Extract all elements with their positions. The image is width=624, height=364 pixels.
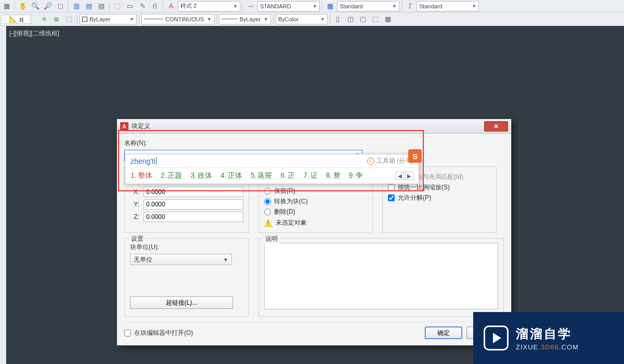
file-tab[interactable]: 📐zj — [1, 15, 31, 24]
tool-btn[interactable]: ⎙ — [149, 1, 161, 11]
ime-cand-9[interactable]: 9.争 — [349, 171, 363, 180]
tool-btn[interactable]: ▭ — [124, 1, 136, 11]
settings-group: 设置 块单位(U): 无单位▼ 超链接(L)... — [124, 238, 249, 317]
uniform-scale-check[interactable]: 按统一比例缩放(S) — [388, 183, 491, 192]
combo-value: Standard — [419, 3, 443, 9]
open-in-editor-check[interactable]: 在块编辑器中打开(O) — [124, 329, 193, 337]
x-input[interactable] — [144, 187, 243, 197]
tool-btn[interactable]: ▤ — [83, 1, 95, 11]
separator — [15, 2, 15, 11]
unit-label: 块单位(U): — [130, 243, 243, 252]
ime-toolbox-hint[interactable]: i 工具箱 (分号) — [367, 157, 413, 165]
ime-next-page[interactable]: ▶ — [405, 172, 413, 180]
layer-iso-icon[interactable]: ≣ — [51, 14, 62, 24]
ime-cand-3[interactable]: 3.政体 — [190, 171, 212, 180]
description-textarea[interactable] — [264, 243, 498, 309]
toolbar-row-2: 📐zj ≡ ≣ ⬚ ByLayer▼ CONTINUOUS▼ ByLayer▼ … — [0, 12, 624, 26]
sogou-logo-icon: S — [408, 149, 422, 163]
chevron-down-icon: ▼ — [204, 17, 212, 22]
ime-cand-6[interactable]: 6.正 — [280, 171, 295, 180]
z-input[interactable] — [144, 212, 243, 222]
description-group: 说明 — [258, 238, 504, 317]
mleader-style-icon[interactable]: ⤴ — [404, 1, 415, 11]
ime-paging: ◀ ▶ — [396, 172, 413, 180]
watermark-title: 溜溜自学 — [516, 326, 579, 342]
ime-prev-page[interactable]: ◀ — [396, 172, 404, 180]
viewport-icon[interactable]: ▢ — [357, 14, 369, 24]
separator — [68, 2, 69, 11]
name-label: 名称(N): — [124, 139, 504, 148]
chevron-down-icon: ▼ — [230, 4, 238, 9]
combo-value: CONTINUOUS — [165, 16, 204, 22]
separator — [77, 15, 77, 24]
combo-value: ByLayer — [89, 16, 110, 22]
color-swatch — [82, 17, 87, 22]
table-style-icon[interactable]: ▦ — [324, 1, 336, 11]
convert-radio[interactable]: 转换为块(C) — [264, 197, 367, 206]
separator — [273, 15, 274, 24]
table-style-combo[interactable]: Standard▼ — [337, 1, 399, 11]
ime-cand-4[interactable]: 4.正体 — [220, 171, 242, 180]
layer-match-icon[interactable]: ⬚ — [63, 14, 75, 24]
block-unit-combo[interactable]: 无单位▼ — [130, 254, 232, 265]
hyperlink-button[interactable]: 超链接(L)... — [130, 296, 233, 309]
separator — [163, 2, 163, 11]
zoom-out-icon[interactable]: 🔎 — [42, 1, 54, 11]
dim-style-icon[interactable]: ↔ — [245, 1, 256, 11]
chevron-down-icon: ▼ — [261, 17, 268, 22]
ime-popup: S zheng'ti i 工具箱 (分号) 1.整体 2.正题 3.政体 4.正… — [125, 154, 419, 184]
layer-props-icon[interactable]: ≡ — [38, 14, 50, 24]
separator — [322, 2, 322, 11]
ime-cand-1[interactable]: 1.整体 — [131, 171, 152, 180]
layer-combo[interactable]: ByLayer▼ — [80, 14, 137, 24]
dialog-title: 块定义 — [132, 122, 150, 131]
separator — [401, 2, 402, 11]
tool-btn[interactable]: ▦ — [1, 1, 12, 11]
text-style-combo[interactable]: 样式 2▼ — [178, 1, 240, 11]
combo-value: ByColor — [278, 16, 298, 22]
play-icon — [484, 326, 509, 350]
left-edge-panel — [0, 26, 6, 364]
ime-cand-7[interactable]: 7.证 — [303, 171, 318, 180]
ok-button[interactable]: 确定 — [425, 327, 462, 339]
dialog-titlebar[interactable]: A 块定义 ✕ — [117, 119, 511, 134]
linetype-combo[interactable]: CONTINUOUS▼ — [141, 14, 214, 24]
lineweight-combo[interactable]: ByLayer▼ — [219, 14, 271, 24]
dim-style-combo[interactable]: STANDARD▼ — [257, 1, 320, 11]
lineweight-preview — [222, 19, 238, 19]
app-icon: A — [120, 122, 128, 131]
zoom-in-icon[interactable]: 🔍 — [30, 1, 41, 11]
toolbox-icon: i — [367, 158, 374, 165]
viewport-icon[interactable]: ◫ — [345, 14, 356, 24]
viewport-label[interactable]: [-][俯视][二维线框] — [9, 29, 59, 38]
file-tab-label: zj — [19, 16, 23, 22]
mleader-style-combo[interactable]: Standard▼ — [417, 1, 479, 11]
ime-cand-8[interactable]: 8.整 — [326, 171, 341, 180]
viewport-icon[interactable]: ▦ — [382, 14, 394, 24]
ime-candidates: 1.整体 2.正题 3.政体 4.正体 5.蒸屉 6.正 7.证 8.整 9.争… — [125, 168, 419, 184]
close-button[interactable]: ✕ — [484, 121, 508, 132]
watermark-text: 溜溜自学 ZIXUE.3D66.COM — [516, 326, 579, 351]
text-style-icon[interactable]: A — [165, 1, 177, 11]
retain-radio[interactable]: 保留(R) — [264, 187, 367, 196]
tool-btn[interactable]: ⬚ — [112, 1, 123, 11]
ime-cand-5[interactable]: 5.蒸屉 — [251, 171, 272, 180]
zoom-window-icon[interactable]: ◻ — [55, 1, 66, 11]
tool-btn[interactable]: ▥ — [71, 1, 82, 11]
viewport-icon[interactable]: ⬚ — [370, 14, 381, 24]
tool-btn[interactable]: ✎ — [137, 1, 148, 11]
viewport-icon[interactable]: ▯ — [332, 14, 344, 24]
allow-explode-check[interactable]: 允许分解(P) — [388, 193, 491, 202]
pan-icon[interactable]: ✋ — [17, 1, 29, 11]
separator — [330, 15, 330, 24]
chevron-down-icon: ▼ — [223, 257, 228, 263]
plotstyle-combo[interactable]: ByColor▼ — [276, 14, 328, 24]
chevron-down-icon: ▼ — [317, 17, 325, 22]
ime-cand-2[interactable]: 2.正题 — [161, 171, 183, 180]
group-title: 说明 — [263, 235, 280, 243]
tool-btn[interactable]: ▧ — [96, 1, 107, 11]
combo-value: 无单位 — [134, 255, 152, 264]
delete-radio[interactable]: 删除(D) — [264, 207, 367, 216]
y-input[interactable] — [144, 199, 243, 210]
separator — [216, 15, 217, 24]
